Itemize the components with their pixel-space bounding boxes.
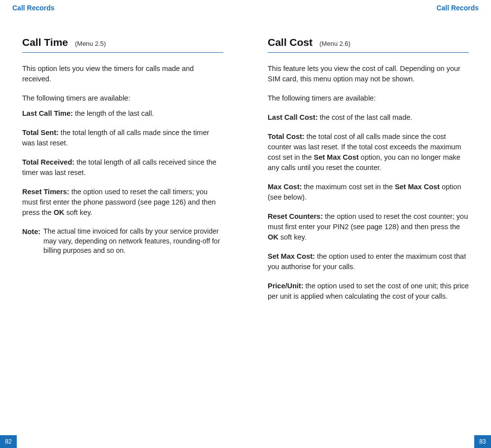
item-set-max-cost: Set Max Cost: the option used to enter t… <box>268 251 469 272</box>
text-reset-timers-b: soft key. <box>64 208 92 216</box>
timers-lead-left: The following timers are available: <box>22 93 223 103</box>
menu-ref-call-time: (Menu 2.5) <box>75 40 106 47</box>
ok-reset-timers: OK <box>54 208 65 216</box>
label-reset-counters: Reset Counters: <box>268 212 323 220</box>
label-reset-timers: Reset Timers: <box>22 188 70 196</box>
intro-right: This feature lets you view the cost of c… <box>268 64 469 84</box>
item-price-unit: Price/Unit: the option used to set the c… <box>268 281 469 302</box>
label-set-max-cost: Set Max Cost: <box>268 252 315 260</box>
section-title-call-time: Call Time (Menu 2.5) <box>22 36 223 53</box>
header-left: Call Records <box>12 0 223 12</box>
note-label: Note: <box>22 227 40 256</box>
page-number-left: 82 <box>0 435 17 448</box>
text-reset-counters-b: soft key. <box>279 233 307 241</box>
text-max-cost-a: the maximum cost set in the <box>302 183 395 191</box>
item-max-cost: Max Cost: the maximum cost set in the Se… <box>268 182 469 203</box>
item-total-cost: Total Cost: the total cost of all calls … <box>268 132 469 173</box>
note-body: The actual time invoiced for calls by yo… <box>43 227 223 256</box>
timers-lead-right: The following timers are available: <box>268 93 469 103</box>
page-spread: Call Records Call Time (Menu 2.5) This o… <box>0 0 491 448</box>
header-right: Call Records <box>268 0 479 12</box>
menu-ref-call-cost: (Menu 2.6) <box>319 40 351 47</box>
body-left: This option lets you view the timers for… <box>22 64 223 265</box>
title-call-time: Call Time <box>22 36 68 48</box>
label-last-call-cost: Last Call Cost: <box>268 113 318 121</box>
page-number-right: 83 <box>474 435 491 448</box>
label-total-received: Total Received: <box>22 158 74 166</box>
label-max-cost: Max Cost: <box>268 183 302 191</box>
ok-reset-counters: OK <box>268 233 279 241</box>
page-right: Call Records Call Cost (Menu 2.6) This f… <box>246 0 491 448</box>
page-left: Call Records Call Time (Menu 2.5) This o… <box>0 0 246 448</box>
label-total-sent: Total Sent: <box>22 129 59 137</box>
title-call-cost: Call Cost <box>268 36 313 48</box>
item-last-call-cost: Last Call Cost: the cost of the last cal… <box>268 112 469 123</box>
item-last-call-time: Last Call Time: the length of the last c… <box>22 108 223 119</box>
label-last-call-time: Last Call Time: <box>22 109 73 117</box>
text-last-call-cost: the cost of the last call made. <box>318 113 413 121</box>
item-total-sent: Total Sent: the total length of all call… <box>22 128 223 148</box>
section-title-call-cost: Call Cost (Menu 2.6) <box>268 36 469 53</box>
item-total-received: Total Received: the total length of all … <box>22 157 223 178</box>
item-reset-counters: Reset Counters: the option used to reset… <box>268 211 469 242</box>
label-price-unit: Price/Unit: <box>268 282 304 290</box>
note-block: Note: The actual time invoiced for calls… <box>22 227 223 256</box>
set-max-cost-ref-1: Set Max Cost <box>314 153 359 161</box>
label-total-cost: Total Cost: <box>268 133 305 140</box>
item-reset-timers: Reset Timers: the option used to reset t… <box>22 187 223 218</box>
intro-left: This option lets you view the timers for… <box>22 64 223 84</box>
body-right: This feature lets you view the cost of c… <box>268 64 469 310</box>
text-last-call-time: the length of the last call. <box>73 109 154 117</box>
set-max-cost-ref-2: Set Max Cost <box>395 183 440 191</box>
